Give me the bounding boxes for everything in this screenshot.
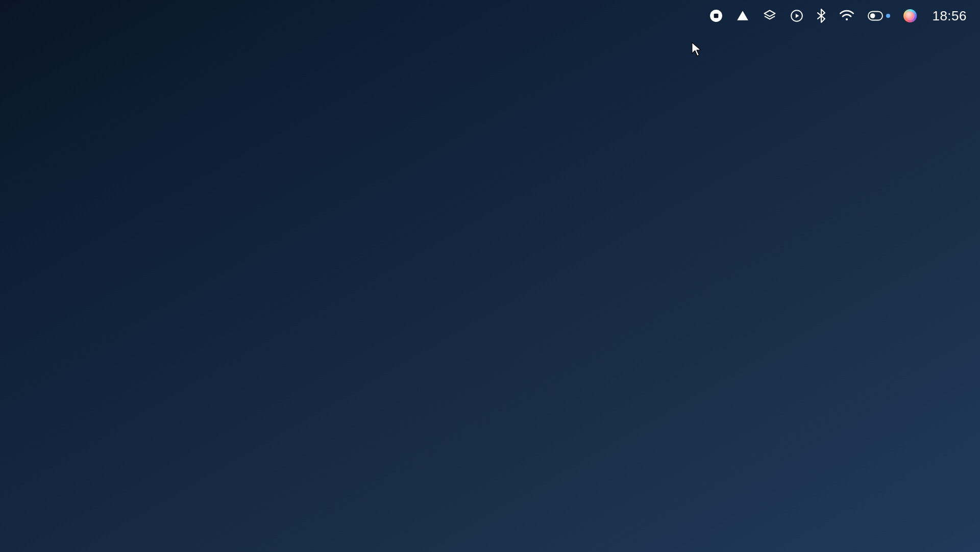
stop-record-icon[interactable] xyxy=(709,9,723,22)
layers-app-icon[interactable] xyxy=(763,9,777,23)
svg-point-5 xyxy=(870,13,875,18)
svg-point-3 xyxy=(846,18,848,20)
triangle-app-icon[interactable] xyxy=(736,9,749,22)
menubar-clock[interactable]: 18:56 xyxy=(930,8,967,24)
desktop-background[interactable] xyxy=(0,32,980,552)
control-center-icon[interactable] xyxy=(868,11,890,21)
notification-dot-icon xyxy=(886,14,890,18)
menubar: 18:56 xyxy=(0,0,980,32)
bluetooth-icon[interactable] xyxy=(817,9,826,23)
wifi-icon[interactable] xyxy=(839,10,854,22)
svg-rect-1 xyxy=(714,14,719,18)
play-circle-icon[interactable] xyxy=(790,9,803,22)
siri-icon[interactable] xyxy=(903,9,917,22)
